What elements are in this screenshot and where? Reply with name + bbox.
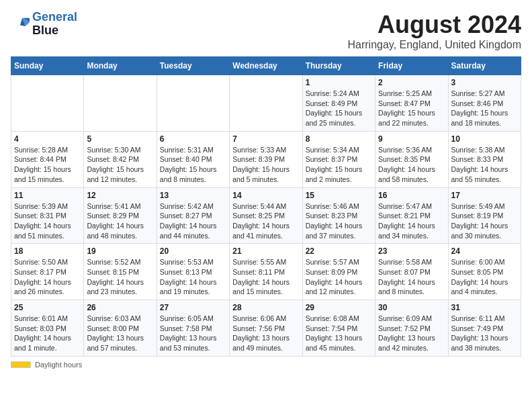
table-cell: 12Sunrise: 5:41 AMSunset: 8:29 PMDayligh… bbox=[84, 187, 157, 244]
header-tuesday: Tuesday bbox=[157, 57, 229, 75]
table-cell: 24Sunrise: 6:00 AMSunset: 8:05 PMDayligh… bbox=[448, 244, 521, 300]
day-number: 19 bbox=[87, 246, 153, 256]
day-number: 27 bbox=[160, 303, 226, 312]
day-number: 17 bbox=[451, 191, 518, 200]
table-cell bbox=[84, 75, 157, 132]
title-block: August 2024 Harringay, England, United K… bbox=[347, 11, 521, 51]
day-number: 25 bbox=[14, 303, 81, 312]
day-info: Sunrise: 5:39 AMSunset: 8:31 PMDaylight:… bbox=[14, 201, 81, 241]
daylight-label: Daylight hours bbox=[35, 361, 82, 369]
day-number: 22 bbox=[306, 246, 372, 256]
logo: General Blue bbox=[11, 11, 77, 38]
day-info: Sunrise: 5:52 AMSunset: 8:15 PMDaylight:… bbox=[87, 257, 153, 297]
day-info: Sunrise: 5:38 AMSunset: 8:33 PMDaylight:… bbox=[451, 145, 518, 185]
table-cell: 15Sunrise: 5:46 AMSunset: 8:23 PMDayligh… bbox=[302, 187, 375, 244]
day-info: Sunrise: 5:53 AMSunset: 8:13 PMDaylight:… bbox=[160, 257, 226, 297]
table-cell: 25Sunrise: 6:01 AMSunset: 8:03 PMDayligh… bbox=[11, 300, 84, 357]
table-cell: 11Sunrise: 5:39 AMSunset: 8:31 PMDayligh… bbox=[11, 187, 84, 244]
footer: Daylight hours bbox=[11, 361, 521, 369]
day-info: Sunrise: 5:44 AMSunset: 8:25 PMDaylight:… bbox=[232, 201, 299, 241]
header-saturday: Saturday bbox=[448, 57, 521, 75]
day-number: 24 bbox=[451, 246, 518, 256]
header-friday: Friday bbox=[375, 57, 448, 75]
table-cell: 17Sunrise: 5:49 AMSunset: 8:19 PMDayligh… bbox=[448, 187, 521, 244]
day-info: Sunrise: 5:31 AMSunset: 8:40 PMDaylight:… bbox=[160, 145, 226, 185]
table-cell: 6Sunrise: 5:31 AMSunset: 8:40 PMDaylight… bbox=[157, 131, 229, 187]
calendar-header: Sunday Monday Tuesday Wednesday Thursday… bbox=[11, 57, 521, 75]
day-number: 3 bbox=[451, 78, 518, 87]
day-info: Sunrise: 5:55 AMSunset: 8:11 PMDaylight:… bbox=[232, 257, 299, 297]
day-info: Sunrise: 6:08 AMSunset: 7:54 PMDaylight:… bbox=[306, 314, 372, 353]
day-number: 8 bbox=[306, 134, 372, 144]
day-number: 29 bbox=[306, 303, 372, 312]
calendar-body: 1Sunrise: 5:24 AMSunset: 8:49 PMDaylight… bbox=[11, 75, 521, 357]
day-number: 26 bbox=[87, 303, 153, 312]
day-info: Sunrise: 5:42 AMSunset: 8:27 PMDaylight:… bbox=[160, 201, 226, 241]
day-info: Sunrise: 5:57 AMSunset: 8:09 PMDaylight:… bbox=[306, 257, 372, 297]
table-cell: 26Sunrise: 6:03 AMSunset: 8:00 PMDayligh… bbox=[84, 300, 157, 357]
day-info: Sunrise: 6:05 AMSunset: 7:58 PMDaylight:… bbox=[160, 314, 226, 353]
table-cell: 21Sunrise: 5:55 AMSunset: 8:11 PMDayligh… bbox=[230, 244, 302, 300]
day-number: 6 bbox=[160, 134, 226, 144]
header-monday: Monday bbox=[84, 57, 157, 75]
main-title: August 2024 bbox=[347, 11, 521, 39]
day-info: Sunrise: 5:47 AMSunset: 8:21 PMDaylight:… bbox=[378, 201, 445, 241]
day-number: 20 bbox=[160, 246, 226, 256]
day-number: 15 bbox=[306, 191, 372, 200]
day-number: 28 bbox=[232, 303, 299, 312]
day-number: 23 bbox=[378, 246, 445, 256]
logo-text: General Blue bbox=[32, 11, 77, 38]
table-cell: 28Sunrise: 6:06 AMSunset: 7:56 PMDayligh… bbox=[230, 300, 302, 357]
table-cell bbox=[230, 75, 302, 132]
table-cell bbox=[157, 75, 229, 132]
day-info: Sunrise: 5:49 AMSunset: 8:19 PMDaylight:… bbox=[451, 201, 518, 241]
table-cell: 18Sunrise: 5:50 AMSunset: 8:17 PMDayligh… bbox=[11, 244, 84, 300]
day-number: 13 bbox=[160, 191, 226, 200]
calendar-table: Sunday Monday Tuesday Wednesday Thursday… bbox=[11, 56, 521, 357]
table-cell: 20Sunrise: 5:53 AMSunset: 8:13 PMDayligh… bbox=[157, 244, 229, 300]
table-cell: 22Sunrise: 5:57 AMSunset: 8:09 PMDayligh… bbox=[302, 244, 375, 300]
table-cell: 4Sunrise: 5:28 AMSunset: 8:44 PMDaylight… bbox=[11, 131, 84, 187]
table-cell: 23Sunrise: 5:58 AMSunset: 8:07 PMDayligh… bbox=[375, 244, 448, 300]
table-cell: 27Sunrise: 6:05 AMSunset: 7:58 PMDayligh… bbox=[157, 300, 229, 357]
table-cell: 13Sunrise: 5:42 AMSunset: 8:27 PMDayligh… bbox=[157, 187, 229, 244]
table-cell: 9Sunrise: 5:36 AMSunset: 8:35 PMDaylight… bbox=[375, 131, 448, 187]
day-info: Sunrise: 5:24 AMSunset: 8:49 PMDaylight:… bbox=[306, 89, 372, 128]
day-number: 18 bbox=[14, 246, 81, 256]
table-cell: 10Sunrise: 5:38 AMSunset: 8:33 PMDayligh… bbox=[448, 131, 521, 187]
day-info: Sunrise: 6:01 AMSunset: 8:03 PMDaylight:… bbox=[14, 314, 81, 353]
day-info: Sunrise: 5:36 AMSunset: 8:35 PMDaylight:… bbox=[378, 145, 445, 185]
day-info: Sunrise: 6:06 AMSunset: 7:56 PMDaylight:… bbox=[232, 314, 299, 353]
day-number: 4 bbox=[14, 134, 81, 144]
day-number: 30 bbox=[378, 303, 445, 312]
day-info: Sunrise: 5:33 AMSunset: 8:39 PMDaylight:… bbox=[232, 145, 299, 185]
day-info: Sunrise: 5:34 AMSunset: 8:37 PMDaylight:… bbox=[306, 145, 372, 185]
header-sunday: Sunday bbox=[11, 57, 84, 75]
table-cell: 30Sunrise: 6:09 AMSunset: 7:52 PMDayligh… bbox=[375, 300, 448, 357]
logo-icon bbox=[11, 15, 30, 34]
table-cell: 1Sunrise: 5:24 AMSunset: 8:49 PMDaylight… bbox=[302, 75, 375, 132]
table-cell: 7Sunrise: 5:33 AMSunset: 8:39 PMDaylight… bbox=[230, 131, 302, 187]
subtitle: Harringay, England, United Kingdom bbox=[347, 39, 521, 51]
table-cell: 31Sunrise: 6:11 AMSunset: 7:49 PMDayligh… bbox=[448, 300, 521, 357]
day-info: Sunrise: 6:09 AMSunset: 7:52 PMDaylight:… bbox=[378, 314, 445, 353]
table-cell: 3Sunrise: 5:27 AMSunset: 8:46 PMDaylight… bbox=[448, 75, 521, 132]
header-wednesday: Wednesday bbox=[230, 57, 302, 75]
day-number: 10 bbox=[451, 134, 518, 144]
table-cell: 8Sunrise: 5:34 AMSunset: 8:37 PMDaylight… bbox=[302, 131, 375, 187]
day-info: Sunrise: 5:46 AMSunset: 8:23 PMDaylight:… bbox=[306, 201, 372, 241]
day-number: 14 bbox=[232, 191, 299, 200]
day-number: 12 bbox=[87, 191, 153, 200]
day-info: Sunrise: 5:58 AMSunset: 8:07 PMDaylight:… bbox=[378, 257, 445, 297]
table-cell: 5Sunrise: 5:30 AMSunset: 8:42 PMDaylight… bbox=[84, 131, 157, 187]
table-cell: 29Sunrise: 6:08 AMSunset: 7:54 PMDayligh… bbox=[302, 300, 375, 357]
page-header: General Blue August 2024 Harringay, Engl… bbox=[11, 11, 521, 51]
day-number: 11 bbox=[14, 191, 81, 200]
table-cell: 16Sunrise: 5:47 AMSunset: 8:21 PMDayligh… bbox=[375, 187, 448, 244]
table-cell bbox=[11, 75, 84, 132]
day-info: Sunrise: 5:50 AMSunset: 8:17 PMDaylight:… bbox=[14, 257, 81, 297]
header-thursday: Thursday bbox=[302, 57, 375, 75]
table-cell: 2Sunrise: 5:25 AMSunset: 8:47 PMDaylight… bbox=[375, 75, 448, 132]
day-info: Sunrise: 6:03 AMSunset: 8:00 PMDaylight:… bbox=[87, 314, 153, 353]
day-info: Sunrise: 6:00 AMSunset: 8:05 PMDaylight:… bbox=[451, 257, 518, 297]
